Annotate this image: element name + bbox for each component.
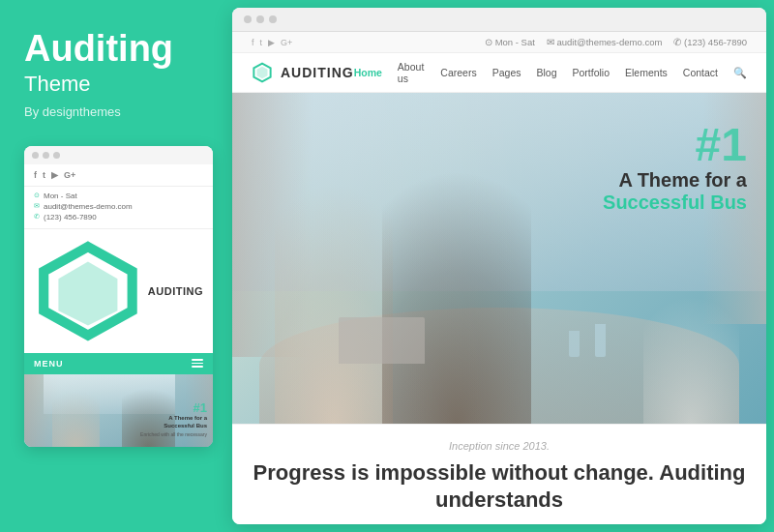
site-logo-text: AUDITING — [281, 65, 354, 80]
clock-icon: ⊙ — [34, 192, 40, 199]
theme-subtitle: Theme — [24, 72, 208, 97]
site-logo[interactable]: AUDITING — [252, 62, 354, 83]
yt-icon: ▶ — [268, 38, 275, 47]
hamburger-line-2 — [192, 363, 203, 365]
mobile-menu-label: MENU — [34, 359, 64, 369]
mobile-logo-text: AUDITING — [148, 285, 203, 297]
progress-headline: Progress is impossible without change. A… — [252, 459, 747, 515]
left-panel: Auditing Theme By designthemes f t ▶ G+ … — [0, 0, 232, 532]
browser-mockup: f t ▶ G+ ⊙ Mon - Sat ✉ audit@themes-demo… — [232, 8, 766, 524]
site-nav-links: Home About us Careers Pages Blog Portfol… — [354, 61, 747, 84]
mobile-facebook-icon: f — [34, 170, 37, 180]
hamburger-icon — [192, 359, 203, 368]
mobile-hero-number: #1 — [140, 400, 207, 415]
mobile-preview-card: f t ▶ G+ ⊙ Mon - Sat ✉ audit@themes-demo… — [24, 146, 213, 447]
nav-elements[interactable]: Elements — [625, 67, 668, 78]
site-topbar: f t ▶ G+ ⊙ Mon - Sat ✉ audit@themes-demo… — [232, 32, 766, 53]
site-navbar: AUDITING Home About us Careers Pages Blo… — [232, 53, 766, 93]
mobile-social-bar: f t ▶ G+ — [24, 164, 213, 187]
fb-icon: f — [252, 38, 254, 47]
mobile-browser-bar — [24, 146, 213, 164]
nav-home[interactable]: Home — [354, 67, 382, 78]
browser-dot-3 — [269, 15, 277, 23]
mobile-info-section: ⊙ Mon - Sat ✉ audit@themes-demo.com ✆ (1… — [24, 187, 213, 229]
mobile-email-row: ✉ audit@themes-demo.com — [34, 202, 203, 211]
nav-about[interactable]: About us — [398, 61, 425, 84]
hamburger-line-3 — [192, 366, 203, 368]
topbar-hours: ⊙ Mon - Sat — [485, 37, 535, 47]
email-icon: ✉ — [34, 202, 40, 210]
search-icon[interactable]: 🔍 — [733, 67, 747, 79]
svg-marker-1 — [58, 261, 117, 325]
topbar-phone: ✆ (123) 456-7890 — [673, 37, 747, 47]
browser-dot-1 — [244, 15, 252, 23]
phone-icon: ✆ — [34, 213, 40, 221]
hamburger-line-1 — [192, 359, 203, 361]
mobile-dot-3 — [53, 152, 60, 159]
mobile-hero-text: #1 A Theme for aSuccessful Bus Enriched … — [140, 400, 207, 437]
browser-content: f t ▶ G+ ⊙ Mon - Sat ✉ audit@themes-demo… — [232, 32, 766, 524]
nav-blog[interactable]: Blog — [536, 67, 556, 78]
browser-chrome — [232, 8, 766, 32]
mobile-youtube-icon: ▶ — [51, 170, 58, 180]
mobile-hero-section: #1 A Theme for aSuccessful Bus Enriched … — [24, 374, 213, 447]
mobile-person-1 — [52, 392, 100, 446]
tw-icon: t — [260, 38, 263, 47]
nav-pages[interactable]: Pages — [492, 67, 521, 78]
site-hero: #1 A Theme for a Successful Bus — [232, 93, 766, 424]
mobile-logo-icon — [34, 237, 142, 345]
site-topbar-info: ⊙ Mon - Sat ✉ audit@themes-demo.com ✆ (1… — [485, 37, 747, 47]
mobile-googleplus-icon: G+ — [64, 170, 75, 180]
mobile-hours-text: Mon - Sat — [44, 192, 77, 200]
svg-marker-3 — [257, 67, 268, 79]
theme-author: By designthemes — [24, 104, 208, 119]
browser-dot-2 — [256, 15, 264, 23]
gplus-icon: G+ — [281, 38, 292, 47]
mobile-email-text: audit@themes-demo.com — [44, 202, 133, 211]
topbar-email: ✉ audit@themes-demo.com — [547, 37, 663, 47]
mobile-phone-text: (123) 456-7890 — [44, 213, 97, 222]
theme-title: Auditing — [24, 29, 208, 70]
mobile-dot-1 — [32, 152, 39, 159]
nav-portfolio[interactable]: Portfolio — [573, 67, 610, 78]
mobile-hero-sub: Enriched with all the necessary — [140, 431, 207, 437]
mobile-logo-row: AUDITING — [24, 229, 213, 353]
mobile-hours-row: ⊙ Mon - Sat — [34, 192, 203, 200]
site-topbar-social: f t ▶ G+ — [252, 38, 292, 47]
mobile-twitter-icon: t — [43, 170, 45, 180]
nav-contact[interactable]: Contact — [683, 67, 718, 78]
mobile-phone-row: ✆ (123) 456-7890 — [34, 213, 203, 222]
inception-text: Inception since 2013. — [252, 440, 747, 452]
nav-careers[interactable]: Careers — [440, 67, 476, 78]
hero-overlay — [232, 93, 766, 424]
logo-icon — [252, 62, 273, 83]
mobile-hero-tagline: A Theme for aSuccessful Bus — [140, 415, 207, 430]
below-hero-section: Inception since 2013. Progress is imposs… — [232, 424, 766, 524]
mobile-dot-2 — [43, 152, 49, 159]
mobile-menu-bar[interactable]: MENU — [24, 353, 213, 374]
